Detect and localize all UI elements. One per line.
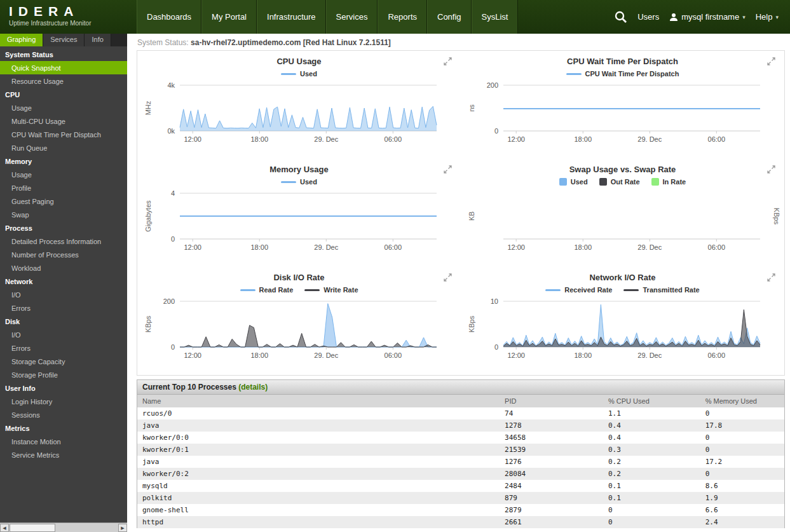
svg-text:06:00: 06:00: [707, 135, 725, 143]
sidebar-tab-info[interactable]: Info: [85, 34, 111, 46]
sidebar-item-sessions[interactable]: Sessions: [0, 408, 127, 421]
sidebar-item-workload[interactable]: Workload: [0, 261, 127, 275]
user-menu[interactable]: mysql firstname ▾: [669, 12, 746, 22]
menu-item-config[interactable]: Config: [427, 0, 472, 34]
sidebar-item-cpu-wait-time-per-disptach[interactable]: CPU Wait Time Per Disptach: [0, 128, 127, 141]
table-row[interactable]: java12760.217.2: [137, 456, 784, 468]
sidebar-tabs: GraphingServicesInfo: [0, 34, 127, 46]
table-cell: 0: [700, 468, 784, 480]
sidebar-item-usage[interactable]: Usage: [0, 101, 127, 114]
legend-item-received-rate[interactable]: Received Rate: [545, 286, 612, 294]
sidebar-item-guest-paging[interactable]: Guest Paging: [0, 194, 127, 208]
menu-item-syslist[interactable]: SysList: [472, 0, 519, 34]
sidebar-item-swap[interactable]: Swap: [0, 208, 127, 221]
table-row[interactable]: kworker/0:2280840.20: [137, 468, 784, 480]
column-header-cpu-used[interactable]: % CPU Used: [603, 395, 700, 407]
expand-icon[interactable]: [444, 273, 452, 284]
sidebar-item-usage[interactable]: Usage: [0, 168, 127, 181]
table-cell: 0.3: [603, 444, 700, 456]
legend-label: Write Rate: [323, 286, 358, 294]
search-icon[interactable]: [614, 10, 627, 24]
svg-text:12:00: 12:00: [184, 243, 201, 251]
table-cell: 1278: [500, 419, 603, 432]
sidebar-item-service-metrics[interactable]: Service Metrics: [0, 448, 127, 461]
table-row[interactable]: rcuos/0741.10: [137, 407, 784, 419]
sidebar-tab-graphing[interactable]: Graphing: [0, 34, 43, 46]
sidebar-item-multi-cpu-usage[interactable]: Multi-CPU Usage: [0, 114, 127, 128]
column-header-pid[interactable]: PID: [500, 395, 603, 407]
table-row[interactable]: kworker/0:0346580.40: [137, 432, 784, 444]
sidebar-horizontal-scrollbar[interactable]: ◀ ▶: [0, 522, 127, 532]
sidebar-item-detailed-process-information[interactable]: Detailed Process Information: [0, 235, 127, 248]
sidebar-item-quick-snapshot[interactable]: Quick Snapshot: [0, 61, 127, 74]
menu-item-reports[interactable]: Reports: [378, 0, 427, 34]
sidebar-item-errors[interactable]: Errors: [0, 301, 127, 315]
table-row[interactable]: kworker/0:1215390.30: [137, 444, 784, 456]
sidebar-item-run-queue[interactable]: Run Queue: [0, 141, 127, 154]
sidebar-item-login-history[interactable]: Login History: [0, 395, 127, 408]
column-header-name[interactable]: Name: [137, 395, 500, 407]
sidebar-item-errors[interactable]: Errors: [0, 341, 127, 355]
table-row[interactable]: polkitd8790.11.9: [137, 492, 784, 504]
help-menu[interactable]: Help ▾: [756, 12, 779, 22]
expand-icon[interactable]: [767, 273, 775, 284]
sidebar-item-storage-profile[interactable]: Storage Profile: [0, 368, 127, 381]
table-cell: 1.1: [603, 407, 700, 419]
table-row[interactable]: mysqld24840.18.6: [137, 480, 784, 492]
legend-marker: [281, 181, 296, 183]
sidebar-item-i-o[interactable]: I/O: [0, 288, 127, 301]
svg-text:18:00: 18:00: [250, 351, 268, 359]
table-cell: mysqld: [137, 480, 500, 492]
menu-item-services[interactable]: Services: [326, 0, 378, 34]
table-cell: kworker/0:0: [137, 432, 500, 444]
expand-icon[interactable]: [767, 57, 775, 68]
system-status-bar: System Status: sa-hv-rhel72.uptimedemo.c…: [127, 34, 790, 50]
user-name: mysql firstname: [681, 12, 739, 22]
details-link[interactable]: (details): [238, 383, 268, 392]
table-cell: 28084: [500, 468, 603, 480]
chart-legend: Read RateWrite Rate: [137, 286, 461, 294]
sidebar-item-resource-usage[interactable]: Resource Usage: [0, 74, 127, 88]
chart-legend: Used: [137, 178, 461, 186]
sidebar-tab-services[interactable]: Services: [43, 34, 85, 46]
table-cell: gnome-shell: [137, 504, 500, 516]
content-area: System Status: sa-hv-rhel72.uptimedemo.c…: [127, 34, 790, 532]
legend-item-transmitted-rate[interactable]: Transmitted Rate: [623, 286, 699, 294]
table-cell: 1276: [500, 456, 603, 468]
legend-item-read-rate[interactable]: Read Rate: [240, 286, 294, 294]
svg-text:29. Dec: 29. Dec: [314, 135, 338, 143]
legend-item-out-rate[interactable]: Out Rate: [599, 178, 640, 186]
scroll-thumb[interactable]: [10, 524, 55, 532]
menu-item-my-portal[interactable]: My Portal: [201, 0, 257, 34]
legend-item-cpu-wait-time-per-dispatch[interactable]: CPU Wait Time Per Dispatch: [566, 70, 679, 78]
expand-icon[interactable]: [444, 165, 452, 176]
menu-item-dashboards[interactable]: Dashboards: [137, 0, 201, 34]
sidebar-item-i-o[interactable]: I/O: [0, 328, 127, 341]
legend-item-used[interactable]: Used: [559, 178, 588, 186]
table-cell: 0: [603, 504, 700, 516]
sidebar-item-number-of-processes[interactable]: Number of Processes: [0, 248, 127, 261]
table-row[interactable]: java12780.417.8: [137, 419, 784, 432]
sidebar-item-instance-motion[interactable]: Instance Motion: [0, 435, 127, 448]
table-row[interactable]: gnome-shell287906.6: [137, 504, 784, 516]
chart-swap-usage-vs-swap-rate: Swap Usage vs. Swap RateUsedOut RateIn R…: [461, 159, 784, 267]
table-cell: 21539: [500, 444, 603, 456]
legend-item-in-rate[interactable]: In Rate: [651, 178, 686, 186]
users-link[interactable]: Users: [637, 12, 659, 22]
column-header-memory-used[interactable]: % Memory Used: [700, 395, 784, 407]
scroll-right-button[interactable]: ▶: [118, 524, 127, 532]
svg-text:0: 0: [170, 235, 174, 243]
svg-text:200: 200: [486, 81, 498, 89]
sidebar-item-profile[interactable]: Profile: [0, 181, 127, 194]
chart-title-memory-usage: Memory Usage: [137, 165, 461, 174]
expand-icon[interactable]: [444, 57, 452, 68]
legend-item-used[interactable]: Used: [281, 70, 317, 78]
table-row[interactable]: httpd266102.4: [137, 516, 784, 528]
expand-icon[interactable]: [767, 165, 775, 176]
scroll-left-button[interactable]: ◀: [0, 524, 9, 532]
legend-item-used[interactable]: Used: [281, 178, 317, 186]
legend-item-write-rate[interactable]: Write Rate: [304, 286, 358, 294]
table-cell: 17.2: [700, 456, 784, 468]
menu-item-infrastructure[interactable]: Infrastructure: [257, 0, 326, 34]
sidebar-item-storage-capacity[interactable]: Storage Capacity: [0, 355, 127, 368]
